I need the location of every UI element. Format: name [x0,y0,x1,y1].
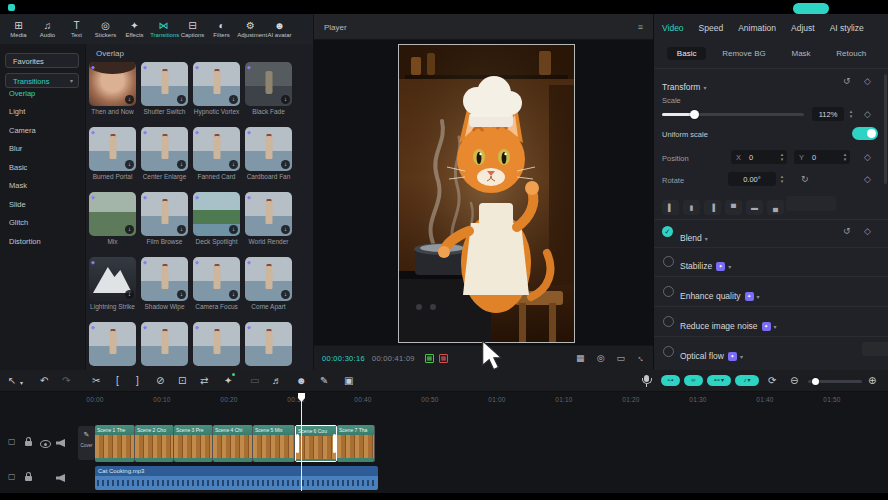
transition-card[interactable]: ◆↓Shadow Wipe [141,257,188,311]
scale-slider[interactable] [662,113,804,116]
cover-button[interactable]: ✎ Cover [78,426,95,460]
video-track-hide-icon[interactable] [40,440,51,448]
freeze-frame-icon[interactable]: ⊡ [178,374,186,387]
align-middle-icon[interactable]: ▬ [746,200,763,215]
transition-card[interactable]: ◆↓Fanned Card [193,127,240,181]
blend-section-header[interactable]: Blend▾ [680,227,708,245]
scale-slider-knob[interactable] [690,110,699,119]
toolbar-item-adjustment[interactable]: ⚙Adjustment [236,20,265,38]
favorites-button[interactable]: Favorites [5,53,79,68]
stabilize-checkbox[interactable] [663,256,674,267]
transition-card[interactable]: ◆ [245,322,292,366]
delete-right-icon[interactable]: ] [136,374,139,387]
audio-clip[interactable]: Cat Cooking.mp3 [95,466,378,490]
export-button[interactable] [793,3,829,14]
rotate-stepper[interactable]: ▴▾ [778,172,786,186]
optical-flow-checkbox[interactable] [663,346,674,357]
undo-icon[interactable]: ↶ [40,374,48,387]
tab-video[interactable]: Video [662,23,684,33]
align-left-icon[interactable]: ▌ [662,200,679,215]
transition-card[interactable]: ◆ [193,322,240,366]
transition-card[interactable]: ◆↓Film Browse [141,192,188,246]
transition-card[interactable]: ◆↓Cardboard Fan [245,127,292,181]
keyframe-icon[interactable]: ◇ [864,109,871,119]
sidebar-item-distortion[interactable]: Distortion [9,236,41,248]
stabilize-section[interactable]: Stabilize✦▾ [680,255,731,273]
adapt-timeline-icon[interactable]: ⟳ [768,374,776,387]
render-indicator-icon[interactable]: ▦ [439,354,448,363]
position-x-stepper[interactable]: ▴▾ [778,150,786,164]
transition-card[interactable]: ◆↓World Render [245,192,292,246]
toolbar-item-ai-avatar[interactable]: ☻AI avatar [265,20,294,38]
draw-tool-icon[interactable]: ✎ [320,374,328,387]
subtab-remove-bg[interactable]: Remove BG [712,47,776,60]
reverse-icon[interactable]: ⇄ [200,374,208,387]
enhance-quality-section[interactable]: Enhance quality✦▾ [680,285,760,303]
redo-icon[interactable]: ↷ [62,374,70,387]
audio-track-lock-icon[interactable] [25,476,32,481]
snapshot-icon[interactable]: ◎ [597,353,605,363]
sidebar-item-camera[interactable]: Camera [9,125,36,137]
keyframe-icon[interactable]: ◇ [864,152,871,162]
align-bottom-icon[interactable]: ▄ [767,200,784,215]
player-menu-icon[interactable]: ≡ [638,22,643,32]
audio-track-thumb-icon[interactable]: ▢ [8,472,16,481]
blend-checkbox[interactable]: ✓ [662,226,673,237]
tab-animation[interactable]: Animation [738,23,776,33]
zoom-in-icon[interactable]: ⊕ [868,374,876,387]
toolbar-item-effects[interactable]: ✦Effects [120,20,149,38]
toolbar-item-text[interactable]: TText [62,20,91,38]
split-icon[interactable]: ✂ [92,374,100,387]
scale-value[interactable]: 112% [812,107,844,121]
sidebar-item-mask[interactable]: Mask [9,180,27,192]
align-center-icon[interactable]: ▮ [683,200,700,215]
transition-card[interactable]: ◆ [89,322,136,366]
toolbar-item-audio[interactable]: ♫Audio [33,20,62,38]
timeline-clip[interactable]: Scene 2 Cho [135,425,174,462]
sidebar-item-overlap[interactable]: Overlap [9,88,35,100]
tab-speed[interactable]: Speed [699,23,724,33]
scale-stepper[interactable]: ▴▾ [847,107,855,121]
transition-card[interactable]: ◆ [141,322,188,366]
select-tool-icon[interactable]: ↖ [8,374,16,387]
audio-levels-toggle[interactable]: ♪▾ [735,375,759,386]
timeline-clip[interactable]: Scene 1 The [95,425,135,462]
transition-card[interactable]: ◆↓Camera Focus [193,257,240,311]
transition-card[interactable]: ◆↓Shutter Switch [141,62,188,116]
toolbar-item-stickers[interactable]: ◎Stickers [91,20,120,38]
mask-tool-icon[interactable]: ▭ [250,374,259,387]
rotate-icon[interactable]: ↻ [801,174,809,184]
video-track-thumb-icon[interactable]: ▢ [8,437,16,446]
video-track-lock-icon[interactable] [25,441,32,446]
align-top-icon[interactable]: ▀ [725,200,742,215]
sidebar-item-blur[interactable]: Blur [9,143,22,155]
audio-track-mute-icon[interactable] [56,474,65,482]
reduce-noise-checkbox[interactable] [663,316,674,327]
delete-icon[interactable]: ⊘ [156,374,164,387]
keyframe-icon[interactable]: ◇ [864,174,871,184]
reduce-noise-section[interactable]: Reduce image noise✦▾ [680,315,777,333]
preview-axis-toggle[interactable]: ⊷▾ [707,375,731,386]
select-tool-caret-icon[interactable]: ▾ [20,377,23,390]
transition-card[interactable]: ◆↓Lightning Strike [89,257,136,311]
subtab-basic[interactable]: Basic [667,47,707,60]
ratio-icon[interactable]: ▭ [616,353,625,363]
transition-card[interactable]: ◆↓Center Enlarge [141,127,188,181]
zoom-out-icon[interactable]: ⊖ [790,374,798,387]
scrollbar[interactable] [884,74,887,184]
toolbar-item-media[interactable]: ⊞Media [4,20,33,38]
transition-card[interactable]: ◆↓Deck Spotlight [193,192,240,246]
timeline-clip[interactable]: Scene 4 Chi [213,425,253,462]
toolbar-item-transitions[interactable]: ⋈Transitions [149,20,178,38]
audio-tool-icon[interactable]: ♬ [272,374,282,387]
video-track-mute-icon[interactable] [56,439,65,447]
video-preview[interactable] [399,45,574,342]
timeline-clip[interactable]: Scene 5 Mix [253,425,295,462]
frame-tool-icon[interactable]: ▣ [344,374,353,387]
avatar-tool-icon[interactable]: ☻ [296,374,307,387]
proxy-indicator-icon[interactable]: ▦ [425,354,434,363]
align-extra-button[interactable] [786,196,836,211]
align-right-icon[interactable]: ▐ [704,200,721,215]
reset-icon[interactable]: ↺ [843,76,851,86]
reset-icon[interactable]: ↺ [843,226,851,236]
